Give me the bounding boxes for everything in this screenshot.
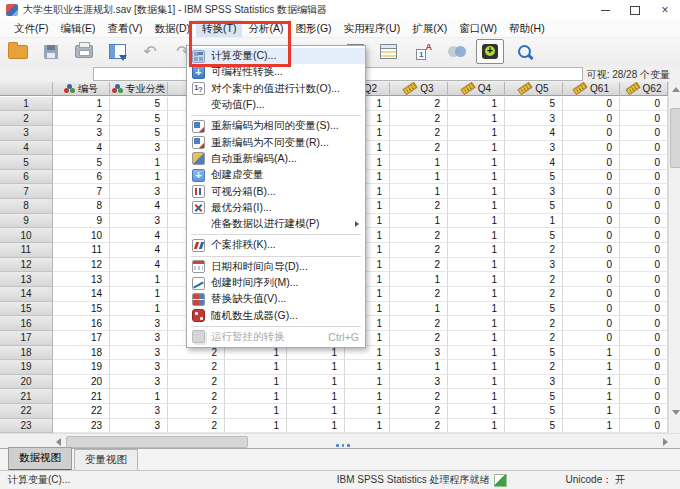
cell[interactable]: 3: [505, 111, 563, 126]
menu-item-可编程性转换[interactable]: 可编程性转换...: [187, 64, 365, 80]
column-header-Q62[interactable]: Q62: [620, 82, 668, 96]
cell[interactable]: 0: [620, 375, 668, 390]
cell[interactable]: 1: [390, 360, 448, 375]
cell[interactable]: 0: [563, 141, 620, 156]
cell[interactable]: 5: [110, 111, 168, 126]
cell[interactable]: 0: [620, 155, 668, 170]
cell[interactable]: 2: [53, 111, 110, 126]
row-number[interactable]: 5: [0, 155, 53, 170]
cell[interactable]: 0: [620, 243, 668, 258]
row-number[interactable]: 20: [0, 375, 53, 390]
cell[interactable]: 2: [390, 419, 448, 433]
print-button[interactable]: [70, 39, 98, 64]
column-header-Q3[interactable]: Q3: [390, 82, 448, 96]
grid-corner-cell[interactable]: [0, 82, 53, 96]
cell[interactable]: 17: [53, 331, 110, 346]
cell[interactable]: 3: [110, 141, 168, 156]
cell[interactable]: 0: [563, 155, 620, 170]
cell[interactable]: 2: [505, 360, 563, 375]
cell[interactable]: 3: [505, 258, 563, 273]
cell[interactable]: 1: [448, 126, 505, 141]
cell[interactable]: 4: [110, 258, 168, 273]
menu-item-创建时间序列[interactable]: 创建时间序列(M)...: [187, 275, 365, 291]
undo-button[interactable]: ↶: [136, 39, 164, 64]
menu-item-变动值[interactable]: 变动值(F)...: [187, 97, 365, 113]
cell[interactable]: 0: [563, 184, 620, 199]
cell[interactable]: 0: [620, 389, 668, 404]
cell[interactable]: 1: [225, 404, 287, 419]
minimize-button[interactable]: [590, 0, 620, 20]
insert-variable-button[interactable]: [374, 39, 402, 64]
scroll-right-icon[interactable]: [663, 438, 668, 446]
cell[interactable]: 2: [168, 389, 225, 404]
cell[interactable]: 10: [53, 228, 110, 243]
cell[interactable]: 0: [620, 228, 668, 243]
cell[interactable]: 1: [448, 360, 505, 375]
cell[interactable]: 5: [505, 346, 563, 361]
cell[interactable]: 0: [563, 302, 620, 317]
cell[interactable]: 0: [563, 287, 620, 302]
cell[interactable]: 1: [390, 170, 448, 185]
cell[interactable]: 2: [390, 97, 448, 112]
cell[interactable]: 1: [390, 272, 448, 287]
row-number[interactable]: 6: [0, 170, 53, 185]
cell[interactable]: 0: [620, 346, 668, 361]
cell[interactable]: 2: [390, 141, 448, 156]
cell[interactable]: 1: [563, 404, 620, 419]
cell[interactable]: 1: [110, 302, 168, 317]
cell[interactable]: 1: [563, 360, 620, 375]
cell[interactable]: 2: [168, 375, 225, 390]
menu-item-最优分箱[interactable]: 最优分箱(I)...: [187, 200, 365, 216]
cell[interactable]: 3: [505, 184, 563, 199]
cell[interactable]: 0: [563, 111, 620, 126]
menubar-item-帮助[interactable]: 帮助(H): [503, 20, 551, 37]
scroll-left-icon[interactable]: [56, 438, 61, 446]
cell[interactable]: 0: [620, 126, 668, 141]
cell[interactable]: 2: [390, 126, 448, 141]
cell[interactable]: 5: [505, 199, 563, 214]
cell[interactable]: 3: [505, 141, 563, 156]
cell[interactable]: 1: [345, 419, 390, 433]
menubar-item-实用程序[interactable]: 实用程序(U): [338, 20, 407, 37]
find-button[interactable]: [512, 39, 540, 64]
cell[interactable]: 1: [110, 170, 168, 185]
cell[interactable]: 2: [505, 287, 563, 302]
cell[interactable]: 0: [620, 258, 668, 273]
cell[interactable]: 0: [563, 272, 620, 287]
cell[interactable]: 5: [505, 389, 563, 404]
pane-splitter-handle[interactable]: [336, 444, 352, 447]
column-header-Q61[interactable]: Q61: [563, 82, 620, 96]
cell[interactable]: 1: [225, 360, 287, 375]
cell[interactable]: 3: [110, 316, 168, 331]
menu-item-重新编码为不同变量[interactable]: 重新编码为不同变量(R)...: [187, 134, 365, 150]
cell[interactable]: 2: [390, 243, 448, 258]
menubar-item-数据[interactable]: 数据(D): [148, 20, 196, 37]
row-number[interactable]: 7: [0, 184, 53, 199]
cell[interactable]: 5: [505, 170, 563, 185]
cell[interactable]: 0: [620, 419, 668, 433]
menu-item-自动重新编码[interactable]: 自动重新编码(A)...: [187, 151, 365, 167]
cell[interactable]: 1: [110, 287, 168, 302]
cell[interactable]: 5: [110, 126, 168, 141]
cell[interactable]: 1: [390, 184, 448, 199]
cell[interactable]: 3: [110, 346, 168, 361]
menu-item-对个案中的值进行计数[interactable]: 对个案中的值进行计数(O)...: [187, 81, 365, 97]
cell[interactable]: 0: [620, 287, 668, 302]
cell[interactable]: 2: [390, 404, 448, 419]
cell[interactable]: 0: [563, 331, 620, 346]
cell[interactable]: 1: [110, 389, 168, 404]
cell[interactable]: 1: [345, 389, 390, 404]
cell[interactable]: 1: [390, 155, 448, 170]
row-number[interactable]: 8: [0, 199, 53, 214]
value-labels-button[interactable]: [410, 39, 438, 64]
recall-recent-dialogs-button[interactable]: [103, 39, 131, 64]
cell[interactable]: 3: [390, 346, 448, 361]
menubar-item-转换[interactable]: 转换(T): [196, 20, 242, 37]
row-number[interactable]: 10: [0, 228, 53, 243]
cell[interactable]: 0: [620, 199, 668, 214]
cell[interactable]: 2: [505, 272, 563, 287]
cell[interactable]: 1: [505, 214, 563, 229]
cell[interactable]: 1: [563, 389, 620, 404]
cell[interactable]: 3: [53, 126, 110, 141]
cell[interactable]: 1: [448, 97, 505, 112]
